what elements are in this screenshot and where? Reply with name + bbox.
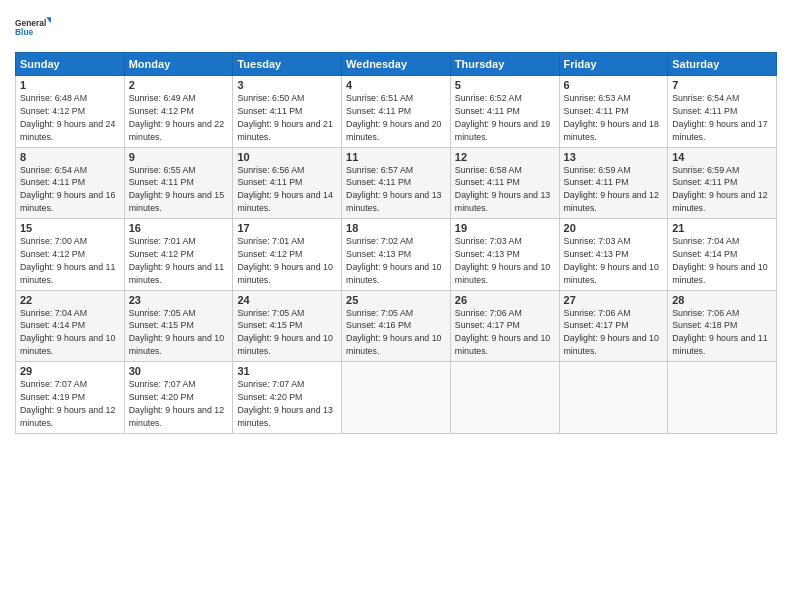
day-detail: Sunrise: 6:55 AMSunset: 4:11 PMDaylight:… (129, 165, 224, 214)
day-number: 24 (237, 294, 337, 306)
day-number: 12 (455, 151, 555, 163)
calendar-body: 1 Sunrise: 6:48 AMSunset: 4:12 PMDayligh… (16, 76, 777, 434)
calendar-cell (668, 362, 777, 434)
day-number: 17 (237, 222, 337, 234)
calendar-cell: 6 Sunrise: 6:53 AMSunset: 4:11 PMDayligh… (559, 76, 668, 148)
calendar-cell: 11 Sunrise: 6:57 AMSunset: 4:11 PMDaylig… (342, 147, 451, 219)
calendar-cell (559, 362, 668, 434)
calendar-cell (342, 362, 451, 434)
calendar-cell: 1 Sunrise: 6:48 AMSunset: 4:12 PMDayligh… (16, 76, 125, 148)
calendar-day-header: Wednesday (342, 53, 451, 76)
calendar-week-row: 22 Sunrise: 7:04 AMSunset: 4:14 PMDaylig… (16, 290, 777, 362)
calendar-cell: 10 Sunrise: 6:56 AMSunset: 4:11 PMDaylig… (233, 147, 342, 219)
day-number: 19 (455, 222, 555, 234)
calendar-week-row: 8 Sunrise: 6:54 AMSunset: 4:11 PMDayligh… (16, 147, 777, 219)
day-number: 22 (20, 294, 120, 306)
day-detail: Sunrise: 7:07 AMSunset: 4:20 PMDaylight:… (237, 379, 332, 428)
calendar-week-row: 1 Sunrise: 6:48 AMSunset: 4:12 PMDayligh… (16, 76, 777, 148)
calendar-day-header: Sunday (16, 53, 125, 76)
day-number: 14 (672, 151, 772, 163)
day-number: 1 (20, 79, 120, 91)
day-detail: Sunrise: 6:59 AMSunset: 4:11 PMDaylight:… (672, 165, 767, 214)
calendar-day-header: Friday (559, 53, 668, 76)
calendar-cell: 12 Sunrise: 6:58 AMSunset: 4:11 PMDaylig… (450, 147, 559, 219)
day-number: 16 (129, 222, 229, 234)
day-number: 26 (455, 294, 555, 306)
calendar-cell: 15 Sunrise: 7:00 AMSunset: 4:12 PMDaylig… (16, 219, 125, 291)
calendar-cell: 4 Sunrise: 6:51 AMSunset: 4:11 PMDayligh… (342, 76, 451, 148)
calendar-cell: 30 Sunrise: 7:07 AMSunset: 4:20 PMDaylig… (124, 362, 233, 434)
calendar-cell: 2 Sunrise: 6:49 AMSunset: 4:12 PMDayligh… (124, 76, 233, 148)
day-detail: Sunrise: 6:59 AMSunset: 4:11 PMDaylight:… (564, 165, 659, 214)
day-detail: Sunrise: 6:52 AMSunset: 4:11 PMDaylight:… (455, 93, 550, 142)
calendar-cell: 13 Sunrise: 6:59 AMSunset: 4:11 PMDaylig… (559, 147, 668, 219)
day-detail: Sunrise: 6:54 AMSunset: 4:11 PMDaylight:… (20, 165, 115, 214)
day-number: 18 (346, 222, 446, 234)
calendar-cell: 31 Sunrise: 7:07 AMSunset: 4:20 PMDaylig… (233, 362, 342, 434)
day-number: 15 (20, 222, 120, 234)
day-number: 20 (564, 222, 664, 234)
calendar-day-header: Saturday (668, 53, 777, 76)
day-detail: Sunrise: 6:58 AMSunset: 4:11 PMDaylight:… (455, 165, 550, 214)
calendar-week-row: 15 Sunrise: 7:00 AMSunset: 4:12 PMDaylig… (16, 219, 777, 291)
day-number: 30 (129, 365, 229, 377)
day-detail: Sunrise: 7:06 AMSunset: 4:18 PMDaylight:… (672, 308, 767, 357)
day-number: 13 (564, 151, 664, 163)
calendar-cell: 23 Sunrise: 7:05 AMSunset: 4:15 PMDaylig… (124, 290, 233, 362)
calendar-cell: 19 Sunrise: 7:03 AMSunset: 4:13 PMDaylig… (450, 219, 559, 291)
day-detail: Sunrise: 7:06 AMSunset: 4:17 PMDaylight:… (455, 308, 550, 357)
calendar-cell: 27 Sunrise: 7:06 AMSunset: 4:17 PMDaylig… (559, 290, 668, 362)
svg-text:Blue: Blue (15, 27, 34, 37)
day-number: 29 (20, 365, 120, 377)
day-number: 9 (129, 151, 229, 163)
day-detail: Sunrise: 7:01 AMSunset: 4:12 PMDaylight:… (237, 236, 332, 285)
calendar-cell: 28 Sunrise: 7:06 AMSunset: 4:18 PMDaylig… (668, 290, 777, 362)
day-detail: Sunrise: 6:54 AMSunset: 4:11 PMDaylight:… (672, 93, 767, 142)
calendar-week-row: 29 Sunrise: 7:07 AMSunset: 4:19 PMDaylig… (16, 362, 777, 434)
calendar-day-header: Thursday (450, 53, 559, 76)
calendar-table: SundayMondayTuesdayWednesdayThursdayFrid… (15, 52, 777, 434)
day-number: 25 (346, 294, 446, 306)
day-number: 31 (237, 365, 337, 377)
calendar-cell: 25 Sunrise: 7:05 AMSunset: 4:16 PMDaylig… (342, 290, 451, 362)
day-detail: Sunrise: 6:53 AMSunset: 4:11 PMDaylight:… (564, 93, 659, 142)
calendar-cell: 17 Sunrise: 7:01 AMSunset: 4:12 PMDaylig… (233, 219, 342, 291)
day-detail: Sunrise: 6:48 AMSunset: 4:12 PMDaylight:… (20, 93, 115, 142)
calendar-cell: 20 Sunrise: 7:03 AMSunset: 4:13 PMDaylig… (559, 219, 668, 291)
calendar-header-row: SundayMondayTuesdayWednesdayThursdayFrid… (16, 53, 777, 76)
calendar-cell: 3 Sunrise: 6:50 AMSunset: 4:11 PMDayligh… (233, 76, 342, 148)
day-detail: Sunrise: 6:51 AMSunset: 4:11 PMDaylight:… (346, 93, 441, 142)
day-number: 4 (346, 79, 446, 91)
calendar-day-header: Tuesday (233, 53, 342, 76)
calendar-cell: 5 Sunrise: 6:52 AMSunset: 4:11 PMDayligh… (450, 76, 559, 148)
day-detail: Sunrise: 7:06 AMSunset: 4:17 PMDaylight:… (564, 308, 659, 357)
calendar-day-header: Monday (124, 53, 233, 76)
svg-marker-2 (46, 17, 51, 23)
day-number: 3 (237, 79, 337, 91)
day-detail: Sunrise: 6:57 AMSunset: 4:11 PMDaylight:… (346, 165, 441, 214)
day-detail: Sunrise: 6:56 AMSunset: 4:11 PMDaylight:… (237, 165, 332, 214)
day-detail: Sunrise: 7:02 AMSunset: 4:13 PMDaylight:… (346, 236, 441, 285)
calendar-cell: 14 Sunrise: 6:59 AMSunset: 4:11 PMDaylig… (668, 147, 777, 219)
day-number: 21 (672, 222, 772, 234)
day-detail: Sunrise: 7:07 AMSunset: 4:19 PMDaylight:… (20, 379, 115, 428)
calendar-cell: 29 Sunrise: 7:07 AMSunset: 4:19 PMDaylig… (16, 362, 125, 434)
day-number: 5 (455, 79, 555, 91)
calendar-cell: 7 Sunrise: 6:54 AMSunset: 4:11 PMDayligh… (668, 76, 777, 148)
day-number: 23 (129, 294, 229, 306)
logo-svg: General Blue (15, 10, 51, 46)
day-number: 11 (346, 151, 446, 163)
day-detail: Sunrise: 7:05 AMSunset: 4:16 PMDaylight:… (346, 308, 441, 357)
day-number: 2 (129, 79, 229, 91)
logo: General Blue (15, 10, 51, 46)
calendar-cell: 21 Sunrise: 7:04 AMSunset: 4:14 PMDaylig… (668, 219, 777, 291)
day-detail: Sunrise: 6:49 AMSunset: 4:12 PMDaylight:… (129, 93, 224, 142)
day-detail: Sunrise: 7:01 AMSunset: 4:12 PMDaylight:… (129, 236, 224, 285)
day-detail: Sunrise: 7:03 AMSunset: 4:13 PMDaylight:… (564, 236, 659, 285)
day-detail: Sunrise: 7:04 AMSunset: 4:14 PMDaylight:… (20, 308, 115, 357)
calendar-cell (450, 362, 559, 434)
day-number: 10 (237, 151, 337, 163)
day-number: 6 (564, 79, 664, 91)
calendar-cell: 8 Sunrise: 6:54 AMSunset: 4:11 PMDayligh… (16, 147, 125, 219)
calendar-cell: 9 Sunrise: 6:55 AMSunset: 4:11 PMDayligh… (124, 147, 233, 219)
